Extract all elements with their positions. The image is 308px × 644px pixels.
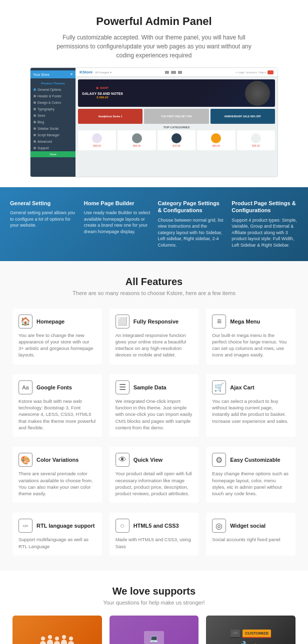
admin-hero-banner: ▶ SHOP GALAXY S8 AND NOTE8 $ 569.00 — [78, 79, 275, 107]
admin-store-preview: ▶ SHOP GALAXY S8 AND NOTE8 $ 569.00 Head… — [76, 77, 278, 153]
admin-logo: KStore — [80, 70, 92, 74]
feature-easycust-title: Easy Customizable — [230, 457, 280, 463]
supports-subtitle: Your questions for help make us stronger… — [12, 600, 296, 606]
feature-sample-data: ☰ Sample Data We integrated One-click im… — [110, 374, 199, 437]
feature-quickview-title: Quick View — [134, 457, 163, 463]
sub-banner-2: YOU FIRST AND GET 40% — [144, 109, 208, 124]
admin-sub-banners: Headphone Series 1 YOU FIRST AND GET 40%… — [78, 109, 275, 124]
key-customize: CUSTOMIZE — [242, 630, 271, 638]
sidebar-item-store[interactable]: Store — [30, 112, 76, 119]
feature-homepage-header: 🏠 Homepage — [18, 315, 96, 328]
banner-text: ▶ SHOP GALAXY S8 AND NOTE8 $ 569.00 — [82, 86, 123, 100]
blue-feature-4-title: Product Page Settings & Configurations — [232, 200, 298, 214]
homepage-icon: 🏠 — [18, 315, 32, 328]
scissors-icon: ✂ — [254, 641, 262, 644]
sidebar-item-blog[interactable]: Blog — [30, 119, 76, 125]
blue-feature-1-title: General Setting — [10, 200, 76, 207]
product-4: $69.00 — [197, 130, 235, 150]
sampledata-icon: ☰ — [116, 380, 130, 394]
feature-widgetsocial-header: ◎ Widget social — [212, 519, 290, 533]
feature-quickview-desc: Your product detail will open with full … — [116, 470, 193, 497]
feature-sampledata-desc: We integrated One-click import function … — [116, 398, 193, 431]
icon-list — [171, 71, 176, 74]
colorvar-icon: 🎨 — [18, 453, 32, 467]
product-2-image — [132, 133, 142, 143]
computer-icon: 💻 — [144, 631, 164, 644]
sidebar-item-header[interactable]: Header & Footer — [30, 93, 76, 99]
feature-colorvar-desc: There are several premade color variatio… — [18, 470, 96, 497]
sidebar-item-design[interactable]: Design & Colors — [30, 99, 76, 106]
features-grid: 🏠 Homepage You are free to change the ne… — [12, 309, 296, 556]
easycust-icon: ⚙ — [212, 453, 226, 467]
blue-feature-3-title: Category Page Settings & Configurations — [158, 200, 224, 214]
feature-easycust-header: ⚙ Easy Customizable — [212, 453, 290, 467]
icon-expand — [178, 71, 182, 74]
sidebar-item-sidebar-social[interactable]: Sidebar Social — [30, 125, 76, 132]
sidebar-item-typography[interactable]: Typography — [30, 106, 76, 112]
feature-easycust-desc: Easy change theme options such as homepa… — [212, 470, 290, 497]
feature-quick-view: 👁 Quick View Your product detail will op… — [110, 447, 199, 503]
feature-html5-desc: Made with HTML5 and CSS3, using Sass — [116, 536, 193, 550]
support-card-installation-image: 💻 — [110, 616, 199, 644]
feature-sampledata-title: Sample Data — [134, 384, 166, 390]
close-btn[interactable] — [268, 70, 274, 74]
wrench-icon: 🔧 — [240, 641, 252, 644]
widgetsocial-icon: ◎ — [212, 519, 226, 533]
feature-sampledata-header: ☰ Sample Data — [116, 380, 193, 394]
feature-googlefonts-title: Google Fonts — [36, 384, 72, 390]
product-themes-label: Product Themes — [30, 80, 76, 86]
feature-megamenu-title: Mega Menu — [230, 319, 260, 324]
installation-visual: 💻 — [142, 631, 166, 644]
person-2 — [47, 635, 53, 644]
hero-title: Powerful Admin Panel — [20, 15, 288, 28]
support-card-customization-image: ctrl CUSTOMIZE 🔧 ✂ — [206, 616, 296, 644]
sidebar-item-script[interactable]: Script Manager — [30, 132, 76, 138]
blue-feature-2-desc: Use ready made Builder to select availab… — [84, 210, 150, 235]
feature-rtl-desc: Support multifanguage as well as RTL Lan… — [18, 536, 96, 550]
sidebar-item-support[interactable]: Support — [30, 145, 76, 151]
feature-widgetsocial-desc: Social accounts right fixed panel — [212, 536, 290, 543]
feature-googlefonts-desc: Kstore was built with new web technology… — [18, 398, 96, 431]
person-body-3 — [54, 641, 60, 644]
html5-icon: ⬡ — [116, 519, 130, 533]
blue-feature-4-desc: Support 4 product types: Simple, Variabl… — [232, 217, 298, 249]
blue-features-section: General Setting General setting panel al… — [0, 187, 308, 261]
admin-save-bar[interactable]: Save — [30, 151, 76, 157]
admin-main-content: KStore All Images ▾ ↩ Login Account ▾ He… — [76, 68, 278, 177]
feature-responsive-header: ⬜ Fully Responsive — [116, 315, 193, 328]
keyboard-row: ctrl CUSTOMIZE — [230, 630, 271, 638]
feature-colorvar-header: 🎨 Color Variations — [18, 453, 96, 467]
admin-header: KStore All Images ▾ ↩ Login Account ▾ He… — [76, 68, 278, 77]
sidebar-item-general[interactable]: General Options — [30, 86, 76, 93]
product-5-image — [251, 133, 261, 143]
feature-ajax-cart: 🛒 Ajax Cart You can select a product to … — [206, 374, 296, 437]
feature-ajaxcart-desc: You can select a product to buy without … — [212, 398, 290, 424]
feature-widget-social: ◎ Widget social Social accounts right fi… — [206, 513, 296, 556]
tool-icons: 🔧 ✂ — [240, 641, 262, 644]
store-label: Your Store — [33, 73, 50, 76]
person-body-2 — [47, 640, 53, 644]
feature-html5-title: HTML5 and CSS3 — [134, 523, 179, 529]
megamenu-icon: ≡ — [212, 315, 226, 328]
feature-html5: ⬡ HTML5 and CSS3 Made with HTML5 and CSS… — [110, 513, 199, 556]
blue-feature-3: Category Page Settings & Configurations … — [158, 200, 224, 249]
person-body-4 — [61, 640, 67, 644]
feature-html5-header: ⬡ HTML5 and CSS3 — [116, 519, 193, 533]
blue-feature-2-title: Home Page Builder — [84, 200, 150, 207]
banner-product-image — [245, 81, 270, 106]
sub-banner-3: ANNIVERSARY SALE 50% OFF — [210, 109, 275, 124]
key-1: ctrl — [230, 630, 240, 638]
feature-googlefonts-header: Aa Google Fonts — [18, 380, 96, 394]
feature-quickview-header: 👁 Quick View — [116, 453, 193, 467]
all-features-section: All Features There are so many reasons t… — [0, 261, 308, 571]
feature-responsive-desc: An integrated responsive function gives … — [116, 332, 193, 358]
support-cards-container: Support 💻 Installation ctrl CUSTOMIZE — [12, 616, 296, 644]
product-5: $35.00 — [237, 130, 275, 150]
person-head — [41, 637, 45, 641]
product-2: $68.00 — [118, 130, 156, 150]
feature-homepage: 🏠 Homepage You are free to change the ne… — [12, 309, 102, 364]
product-3-image — [172, 133, 182, 143]
person-3 — [54, 637, 60, 644]
sidebar-item-advanced[interactable]: Advanced — [30, 138, 76, 145]
admin-top-icons — [165, 71, 182, 74]
